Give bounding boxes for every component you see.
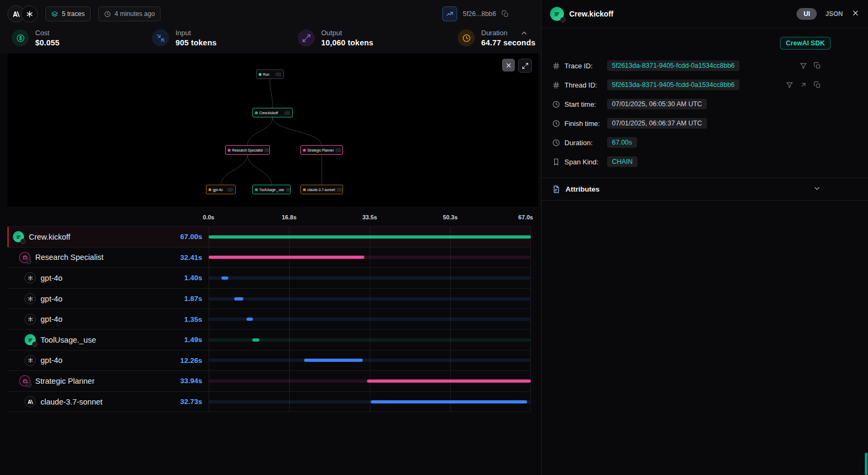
collapse-stats-button[interactable] — [520, 29, 528, 39]
stats-row: Cost$0.055Input905 tokensOutput10,060 to… — [7, 25, 538, 53]
node-type-icon — [303, 149, 306, 152]
span-bar[interactable] — [367, 379, 531, 383]
timeline-row-chart — [209, 330, 531, 350]
openai-icon — [25, 293, 36, 304]
trend-up-icon — [446, 10, 453, 18]
stat-value: 10,060 tokens — [321, 38, 373, 47]
openai-icon — [26, 10, 34, 18]
timeline-row-label: gpt-4o1.35s — [7, 309, 209, 329]
span-name: Strategic Planner — [35, 377, 94, 385]
stat-text: Output10,060 tokens — [321, 29, 373, 47]
node-type-icon — [255, 112, 258, 114]
graph-node-tool[interactable]: ToolUsage._use — [252, 185, 291, 194]
graph-node-crew[interactable]: Crew.kickoff — [252, 108, 293, 117]
span-duration: 32.73s — [180, 398, 202, 406]
sub-badge-icon — [20, 239, 26, 244]
graph-node-gpt[interactable]: gpt-4o — [206, 185, 236, 194]
copy-icon — [814, 62, 821, 69]
node-type-icon — [259, 73, 261, 76]
field-value: 07/01/2025, 06:05:30 AM UTC — [607, 99, 707, 109]
trace-main: 5 traces 4 minutes ago 5f26...8bb6 Cost$… — [0, 0, 541, 475]
timeline-row[interactable]: Crew.kickoff67.00s — [7, 226, 531, 247]
time-axis: 0.0s16.8s33.5s50.3s67.0s — [7, 209, 531, 226]
span-bar[interactable] — [371, 400, 528, 403]
span-name: gpt-4o — [41, 356, 62, 365]
span-bar[interactable] — [221, 276, 229, 280]
crew-glyph-icon — [553, 10, 561, 18]
graph-node-research[interactable]: Research Specialist — [225, 145, 270, 155]
analytics-button[interactable] — [442, 6, 457, 21]
traces-badge[interactable]: 5 traces — [45, 6, 91, 21]
field-value: 5f2613da-8371-9405-fcdd-0a1534cc8bb6 — [607, 80, 739, 90]
attributes-section[interactable]: Attributes — [541, 178, 868, 201]
graph-node-label: ToolUsage._use — [259, 188, 284, 192]
openai-glyph-icon — [27, 275, 34, 281]
copy-trace-id-button[interactable] — [501, 10, 509, 18]
sdk-badge: CrewAI SDK — [780, 37, 831, 50]
timeline-row-label: gpt-4o1.87s — [7, 289, 209, 309]
timeline-row[interactable]: Strategic Planner33.94s — [7, 370, 531, 391]
external-button[interactable] — [800, 81, 807, 89]
graph-node-run[interactable]: Run — [256, 69, 284, 79]
timeline: 0.0s16.8s33.5s50.3s67.0s Crew.kickoff67.… — [7, 209, 531, 412]
field-label: Finish time: — [564, 120, 603, 128]
header-strip: 5 traces 4 minutes ago 5f26...8bb6 Cost$… — [0, 0, 541, 53]
span-bar[interactable] — [246, 318, 253, 321]
sub-badge-icon — [32, 342, 37, 347]
attributes-chevron — [813, 184, 821, 194]
tab-json[interactable]: JSON — [825, 10, 843, 18]
layers-icon — [51, 11, 58, 18]
node-type-icon — [209, 188, 211, 191]
timeline-row[interactable]: Research Specialist32.41s — [7, 247, 531, 268]
copy-icon — [501, 10, 509, 18]
span-track — [209, 276, 530, 280]
filter-button[interactable] — [786, 81, 793, 89]
timeline-rows: Crew.kickoff67.00sResearch Specialist32.… — [7, 226, 531, 412]
stat-text: Input905 tokens — [176, 29, 217, 47]
timeline-row-label: Strategic Planner33.94s — [7, 371, 209, 391]
span-name: gpt-4o — [41, 295, 62, 303]
openai-icon — [25, 272, 36, 283]
span-name: claude-3.7-sonnet — [41, 398, 102, 406]
timeline-row[interactable]: gpt-4o1.87s — [7, 288, 531, 309]
axis-tick: 50.3s — [443, 214, 458, 220]
field-label: Duration: — [564, 139, 603, 147]
openai-glyph-icon — [27, 316, 34, 322]
timeline-row[interactable]: claude-3.7-sonnet32.73s — [7, 391, 531, 413]
graph-node-strategic[interactable]: Strategic Planner — [300, 145, 343, 155]
agent-icon — [19, 252, 30, 263]
timeline-row[interactable]: gpt-4o1.35s — [7, 308, 531, 329]
node-duration-badge — [286, 188, 291, 192]
arrows-out-icon — [298, 29, 315, 46]
span-name: Crew.kickoff — [29, 233, 70, 241]
node-duration-badge — [264, 148, 270, 152]
stat-value: $0.055 — [35, 38, 60, 47]
timeline-row[interactable]: gpt-4o1.40s — [7, 267, 531, 288]
filter-button[interactable] — [800, 62, 807, 69]
copy-button[interactable] — [814, 62, 821, 69]
clock-icon — [552, 100, 560, 108]
span-bar[interactable] — [234, 297, 244, 300]
expand-graph-button[interactable] — [518, 59, 532, 73]
span-bar[interactable] — [209, 256, 364, 259]
timeline-row-label: Research Specialist32.41s — [7, 248, 209, 268]
span-name: ToolUsage._use — [41, 336, 96, 344]
span-bar[interactable] — [209, 235, 531, 239]
timeline-row[interactable]: gpt-4o12.26s — [7, 350, 531, 371]
span-track — [209, 359, 530, 362]
field-value: 5f2613da-8371-9405-fcdd-0a1534cc8bb6 — [607, 60, 739, 71]
span-track — [209, 297, 530, 300]
timeline-row-label: gpt-4o12.26s — [7, 351, 209, 371]
span-bar[interactable] — [304, 359, 363, 362]
external-icon — [800, 81, 807, 89]
field-label: Thread ID: — [564, 81, 603, 89]
tab-ui[interactable]: UI — [797, 8, 817, 20]
span-bar[interactable] — [252, 338, 260, 342]
scrollbar-thumb[interactable] — [865, 453, 867, 475]
close-graph-button[interactable] — [502, 59, 515, 72]
crew-icon — [13, 231, 24, 242]
close-panel-button[interactable] — [851, 9, 859, 19]
copy-button[interactable] — [814, 81, 821, 89]
graph-node-claude[interactable]: claude-3.7-sonnet — [300, 185, 343, 194]
timeline-row[interactable]: ToolUsage._use1.49s — [7, 329, 531, 350]
